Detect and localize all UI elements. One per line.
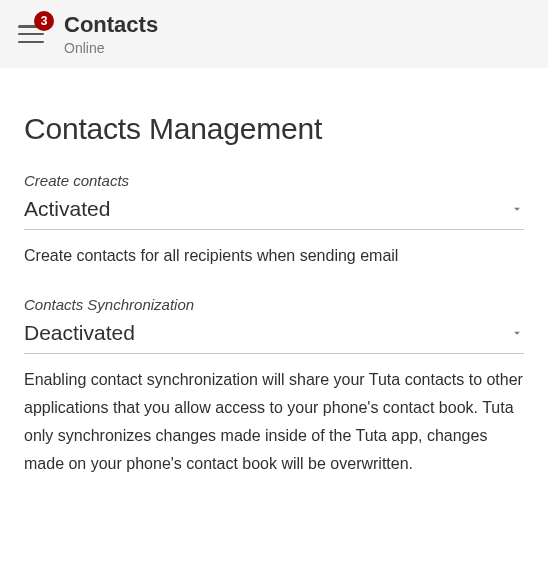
contacts-sync-label: Contacts Synchronization: [24, 296, 524, 313]
chevron-down-icon: [510, 326, 524, 340]
header-title: Contacts: [64, 12, 158, 38]
create-contacts-dropdown[interactable]: Activated: [24, 191, 524, 230]
main-content: Contacts Management Create contacts Acti…: [0, 68, 548, 478]
menu-button[interactable]: 3: [14, 17, 48, 51]
create-contacts-label: Create contacts: [24, 172, 524, 189]
notification-badge: 3: [34, 11, 54, 31]
contacts-sync-value: Deactivated: [24, 321, 135, 345]
page-title: Contacts Management: [24, 112, 524, 146]
create-contacts-value: Activated: [24, 197, 110, 221]
create-contacts-description: Create contacts for all recipients when …: [24, 242, 524, 270]
header-title-block: Contacts Online: [64, 12, 158, 56]
setting-create-contacts: Create contacts Activated Create contact…: [24, 172, 524, 270]
contacts-sync-description: Enabling contact synchronization will sh…: [24, 366, 524, 478]
contacts-sync-dropdown[interactable]: Deactivated: [24, 315, 524, 354]
setting-contacts-sync: Contacts Synchronization Deactivated Ena…: [24, 296, 524, 478]
header-subtitle: Online: [64, 40, 158, 56]
app-header: 3 Contacts Online: [0, 0, 548, 68]
chevron-down-icon: [510, 202, 524, 216]
